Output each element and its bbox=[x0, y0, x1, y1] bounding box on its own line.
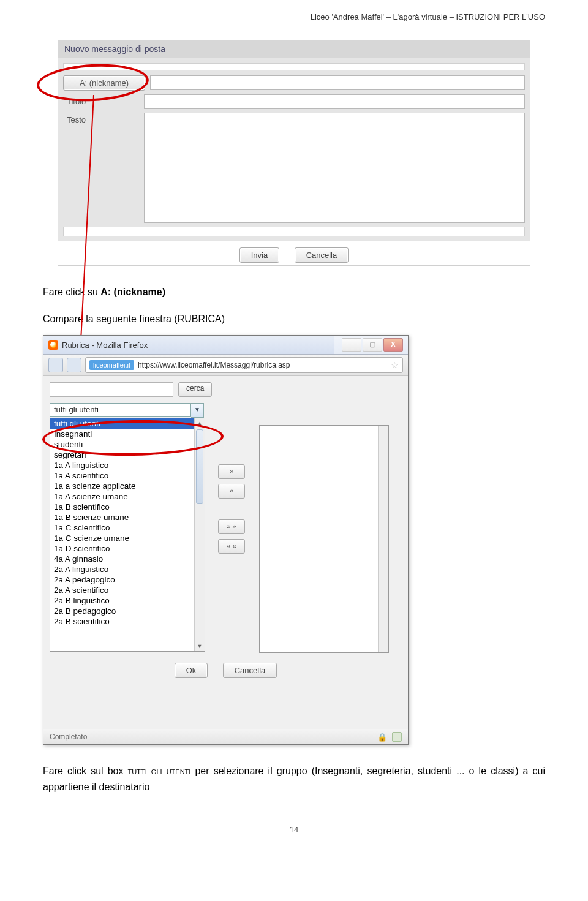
list-item[interactable]: 1a A scientifico bbox=[50, 470, 194, 481]
list-item[interactable]: 1a A linguistico bbox=[50, 460, 194, 470]
page-number: 14 bbox=[43, 825, 545, 834]
list-item[interactable]: 4a A ginnasio bbox=[50, 554, 194, 564]
scroll-thumb[interactable] bbox=[196, 429, 203, 504]
search-input[interactable] bbox=[50, 382, 173, 397]
status-text: Completato bbox=[50, 733, 87, 741]
minimize-button[interactable]: — bbox=[342, 338, 361, 352]
testo-label: Testo bbox=[63, 113, 144, 127]
testo-textarea[interactable] bbox=[144, 113, 525, 223]
list-item[interactable]: Insegnanti bbox=[50, 429, 194, 439]
search-button[interactable]: cerca bbox=[178, 382, 212, 397]
recipients-scrollbar[interactable] bbox=[378, 426, 388, 652]
instruction-3: Fare click sul box tutti gli utenti per … bbox=[43, 763, 545, 794]
move-all-right-button[interactable]: » » bbox=[218, 519, 245, 534]
cancel-button-2[interactable]: Cancella bbox=[223, 663, 277, 678]
list-item[interactable]: 1a C scientifico bbox=[50, 522, 194, 533]
close-button[interactable]: X bbox=[383, 338, 403, 352]
titolo-label: Titolo bbox=[63, 94, 144, 108]
list-item[interactable]: 1a C scienze umane bbox=[50, 533, 194, 543]
listbox-scrollbar[interactable]: ▲ ▼ bbox=[194, 418, 205, 651]
combobox-arrow-icon[interactable]: ▼ bbox=[191, 403, 204, 418]
move-all-left-button[interactable]: « « bbox=[218, 539, 245, 554]
list-item[interactable]: 1a D scientifico bbox=[50, 543, 194, 554]
toolbar-icon-2[interactable] bbox=[67, 358, 81, 372]
to-nickname-button[interactable]: A: (nickname) bbox=[63, 75, 145, 91]
mail-form-title: Nuovo messaggio di posta bbox=[58, 40, 530, 58]
maximize-button[interactable]: ▢ bbox=[363, 338, 382, 352]
cancel-button[interactable]: Cancella bbox=[295, 247, 349, 263]
address-bar[interactable]: liceomaffei.it https://www.liceomaffei.i… bbox=[85, 357, 403, 373]
send-button[interactable]: Invia bbox=[239, 247, 279, 263]
mail-form: Nuovo messaggio di posta A: (nickname) T… bbox=[58, 40, 530, 266]
group-listbox[interactable]: tutti gli utentiInsegnantistudentisegret… bbox=[50, 418, 205, 652]
group-combobox[interactable]: tutti gli utenti bbox=[50, 403, 191, 417]
site-identity-badge[interactable]: liceomaffei.it bbox=[89, 360, 134, 370]
list-item[interactable]: 1a B scienze umane bbox=[50, 512, 194, 522]
toolbar-icon-1[interactable] bbox=[48, 358, 63, 372]
url-text: https://www.liceomaffei.it/Messaggi/rubr… bbox=[138, 361, 387, 369]
ok-button[interactable]: Ok bbox=[175, 663, 208, 678]
doc-header: Liceo 'Andrea Maffei' – L'agorà virtuale… bbox=[43, 0, 545, 40]
browser-statusbar: Completato 🔒 bbox=[43, 729, 408, 744]
to-field[interactable] bbox=[150, 75, 525, 90]
move-left-button[interactable]: « bbox=[218, 484, 245, 499]
list-item[interactable]: 1a B scientifico bbox=[50, 502, 194, 512]
list-item[interactable]: 2a A linguistico bbox=[50, 564, 194, 575]
titolo-input[interactable] bbox=[144, 94, 525, 109]
move-right-button[interactable]: » bbox=[218, 464, 245, 479]
list-item[interactable]: segretari bbox=[50, 450, 194, 460]
list-item[interactable]: 2a B scientifico bbox=[50, 616, 194, 627]
browser-toolbar: liceomaffei.it https://www.liceomaffei.i… bbox=[43, 355, 408, 376]
list-item[interactable]: 1a A scienze umane bbox=[50, 491, 194, 502]
list-item[interactable]: 2a A scientifico bbox=[50, 585, 194, 595]
scroll-down-icon[interactable]: ▼ bbox=[195, 641, 205, 651]
scroll-up-icon[interactable]: ▲ bbox=[195, 418, 205, 428]
list-item[interactable]: 2a B linguistico bbox=[50, 595, 194, 606]
list-item[interactable]: 1a a scienze applicate bbox=[50, 481, 194, 491]
list-item[interactable]: studenti bbox=[50, 439, 194, 450]
zone-icon bbox=[392, 732, 402, 742]
window-titlebar[interactable]: Rubrica - Mozilla Firefox — ▢ X bbox=[43, 336, 408, 355]
rubrica-window: Rubrica - Mozilla Firefox — ▢ X liceomaf… bbox=[43, 335, 409, 745]
instruction-2: Compare la seguente finestra (RUBRICA) bbox=[43, 311, 545, 327]
list-item[interactable]: 2a A pedagogico bbox=[50, 575, 194, 585]
instruction-1: Fare click su A: (nickname) bbox=[43, 284, 545, 300]
firefox-icon bbox=[48, 340, 58, 350]
lock-icon: 🔒 bbox=[377, 733, 387, 742]
popup-content: cerca tutti gli utenti ▼ tutti gli utent… bbox=[43, 376, 408, 729]
list-item[interactable]: tutti gli utenti bbox=[50, 418, 194, 429]
screenshot-mail: Nuovo messaggio di posta A: (nickname) T… bbox=[43, 40, 545, 266]
bookmark-star-icon[interactable]: ☆ bbox=[391, 360, 399, 370]
recipients-listbox[interactable] bbox=[259, 425, 389, 653]
window-title: Rubrica - Mozilla Firefox bbox=[62, 341, 342, 350]
list-item[interactable]: 2a B pedagogico bbox=[50, 606, 194, 616]
